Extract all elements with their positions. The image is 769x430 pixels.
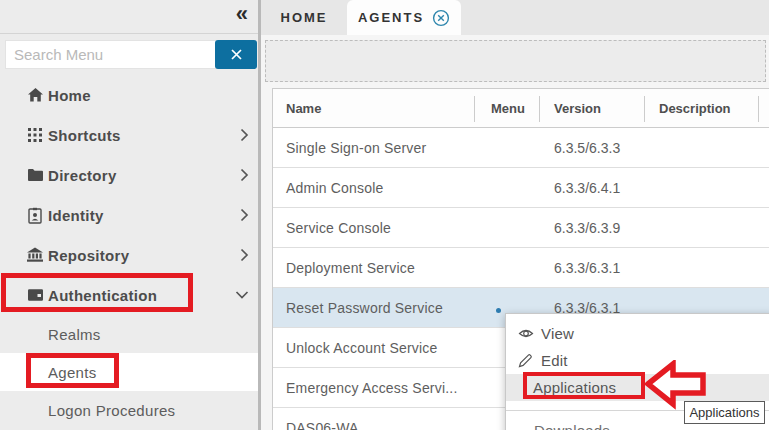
sidebar-item-label: Directory <box>48 167 117 184</box>
agent-name: Reset Password Service <box>286 300 443 316</box>
column-header-version[interactable]: Version <box>554 101 601 116</box>
sidebar-item-label: Home <box>48 87 91 104</box>
sidebar-item-label: Repository <box>48 247 129 264</box>
table-row[interactable]: Admin Console 6.3.3/6.4.1 <box>273 168 769 208</box>
agent-name: Unlock Account Service <box>286 340 437 356</box>
column-separator <box>474 96 475 122</box>
row-menu-icon[interactable] <box>496 308 501 313</box>
toolbar-placeholder <box>265 40 766 82</box>
tooltip-text: Applications <box>689 405 759 420</box>
sidebar-item-agents[interactable]: Agents <box>0 353 258 391</box>
agent-name: Service Console <box>286 220 391 236</box>
sidebar-item-label: Agents <box>48 364 97 381</box>
column-header-menu[interactable]: Menu <box>491 101 525 116</box>
chevron-right-icon <box>240 128 249 142</box>
table-row[interactable]: Single Sign-on Server 6.3.5/6.3.3 <box>273 128 769 168</box>
menu-item-label: Edit <box>541 352 568 369</box>
agent-version: 6.3.3/6.3.9 <box>554 220 620 236</box>
column-separator <box>644 96 645 122</box>
column-header-description[interactable]: Description <box>659 101 731 116</box>
sidebar-item-label: Identity <box>48 207 104 224</box>
tab-label: HOME <box>281 10 328 25</box>
search-input[interactable] <box>5 40 217 69</box>
tab-label: AGENTS <box>358 10 424 25</box>
sidebar-item-label: Authentication <box>48 287 157 304</box>
grid-icon <box>26 126 44 144</box>
chevron-right-icon <box>240 208 249 222</box>
sidebar-item-authentication[interactable]: Authentication <box>0 275 258 315</box>
sidebar: « Home Shortcuts <box>0 0 258 430</box>
sidebar-item-identity[interactable]: Identity <box>0 195 258 235</box>
sidebar-item-home[interactable]: Home <box>0 75 258 115</box>
sidebar-item-label: Shortcuts <box>48 127 121 144</box>
column-separator <box>539 96 540 122</box>
agent-name: DAS06-WA <box>286 420 359 430</box>
sidebar-item-directory[interactable]: Directory <box>0 155 258 195</box>
search-clear-button[interactable] <box>215 40 257 69</box>
table-row[interactable]: Service Console 6.3.3/6.3.9 <box>273 208 769 248</box>
applications-tooltip: Applications <box>684 401 765 424</box>
agent-version: 6.3.3/6.4.1 <box>554 180 620 196</box>
close-icon <box>230 48 243 61</box>
folder-icon <box>26 166 44 184</box>
menu-item-applications[interactable]: Applications <box>506 374 769 401</box>
agent-name: Single Sign-on Server <box>286 140 426 156</box>
collapse-sidebar-icon[interactable]: « <box>236 1 248 27</box>
agent-name: Admin Console <box>286 180 384 196</box>
pencil-icon <box>518 353 534 369</box>
sidebar-item-label: Logon Procedures <box>48 402 175 419</box>
bank-icon <box>26 246 44 264</box>
chevron-down-icon <box>235 291 249 300</box>
sidebar-item-label: Realms <box>48 326 101 343</box>
menu-item-view[interactable]: View <box>506 320 769 347</box>
agent-version: 6.3.3/6.3.1 <box>554 260 620 276</box>
home-icon <box>26 86 44 104</box>
menu-item-edit[interactable]: Edit <box>506 347 769 374</box>
tab-bar: HOME AGENTS <box>261 0 769 35</box>
menu-item-label: Applications <box>533 379 616 396</box>
sidebar-top-divider <box>0 33 258 34</box>
close-tab-icon[interactable] <box>432 9 450 27</box>
agent-name: Deployment Service <box>286 260 415 276</box>
menu-item-label: Downloads <box>534 422 610 430</box>
agent-name: Emergency Access Servi... <box>286 380 458 396</box>
column-separator <box>758 96 759 122</box>
sidebar-item-repository[interactable]: Repository <box>0 235 258 275</box>
menu-item-label: View <box>541 325 574 342</box>
tab-agents[interactable]: AGENTS <box>347 0 461 35</box>
agent-version: 6.3.5/6.3.3 <box>554 140 620 156</box>
column-header-name[interactable]: Name <box>286 101 321 116</box>
sidebar-item-realms[interactable]: Realms <box>0 315 258 353</box>
table-row[interactable]: Deployment Service 6.3.3/6.3.1 <box>273 248 769 288</box>
id-card-icon <box>26 206 44 224</box>
tab-home[interactable]: HOME <box>261 0 347 35</box>
table-header: Name Menu Version Description <box>273 89 769 128</box>
chevron-right-icon <box>240 248 249 262</box>
eye-icon <box>518 326 534 342</box>
sidebar-item-shortcuts[interactable]: Shortcuts <box>0 115 258 155</box>
sidebar-item-logon-procedures[interactable]: Logon Procedures <box>0 391 258 429</box>
chevron-right-icon <box>240 168 249 182</box>
wallet-icon <box>26 286 44 304</box>
